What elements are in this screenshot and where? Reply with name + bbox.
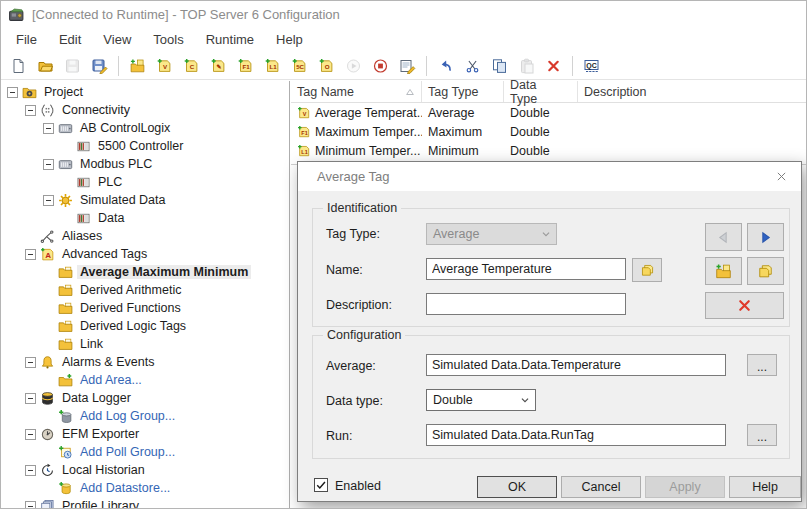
tree-item-aliases[interactable]: Aliases <box>1 227 289 245</box>
expander-icon[interactable] <box>25 393 36 404</box>
column-header-data-type[interactable]: Data Type <box>504 81 578 102</box>
tree-item-derived-functions[interactable]: Derived Functions <box>1 299 289 317</box>
expander-icon[interactable] <box>25 465 36 476</box>
menu-file[interactable]: File <box>5 29 48 50</box>
tree-item-ab-controllogix[interactable]: AB ControlLogix <box>1 119 289 137</box>
data-type-combo[interactable]: Double <box>426 389 536 411</box>
toolbar-stop-runtime-button[interactable] <box>368 54 393 78</box>
tree-item-add-poll-group[interactable]: Add Poll Group... <box>1 443 289 461</box>
toolbar-delete-button[interactable] <box>541 54 566 78</box>
toolbar-save-as-button[interactable] <box>87 54 112 78</box>
tree-item-connectivity[interactable]: Connectivity <box>1 101 289 119</box>
menu-tools[interactable]: Tools <box>142 29 194 50</box>
tree-item-icon <box>40 427 55 442</box>
help-button[interactable]: Help <box>729 476 801 498</box>
description-input[interactable] <box>426 293 626 315</box>
toolbar-new-maximum-tag-button[interactable]: F1 <box>233 54 258 78</box>
expander-icon[interactable] <box>7 87 18 98</box>
expander-icon[interactable] <box>43 123 54 134</box>
toolbar-edit-properties-button[interactable] <box>395 54 420 78</box>
toolbar-quick-client-button[interactable]: QC <box>579 54 604 78</box>
tag-row-maximum-temperature[interactable]: F1Maximum Temper... Maximum Double <box>291 122 806 141</box>
expander-icon[interactable] <box>25 501 36 509</box>
tree-item-icon <box>58 121 73 136</box>
run-input[interactable] <box>426 424 726 446</box>
column-header-tag-type[interactable]: Tag Type <box>422 81 504 102</box>
tree-item-derived-logic-tags[interactable]: Derived Logic Tags <box>1 317 289 335</box>
tree-item-efm-exporter[interactable]: EFM Exporter <box>1 425 289 443</box>
tree-item-icon <box>58 265 73 280</box>
tree-item-alarms-events[interactable]: Alarms & Events <box>1 353 289 371</box>
toolbar-new-minimum-tag-button[interactable]: L1 <box>260 54 285 78</box>
toolbar-paste-button[interactable] <box>514 54 539 78</box>
toolbar-new-link-tag-button[interactable]: 5C <box>287 54 312 78</box>
column-header-tag-name[interactable]: Tag Name <box>291 81 422 102</box>
toolbar-open-project-button[interactable] <box>33 54 58 78</box>
menu-edit[interactable]: Edit <box>48 29 92 50</box>
tree-item-profile-library[interactable]: Profile Library <box>1 497 289 508</box>
tree-item-derived-arithmetic[interactable]: Derived Arithmetic <box>1 281 289 299</box>
previous-tag-button[interactable] <box>705 223 742 251</box>
delete-tag-button[interactable] <box>705 292 784 319</box>
menu-view[interactable]: View <box>92 29 142 50</box>
expander-icon[interactable] <box>25 249 36 260</box>
close-icon <box>775 170 788 183</box>
toolbar-start-runtime-button[interactable] <box>341 54 366 78</box>
tree-item-project[interactable]: Project <box>1 83 289 101</box>
tag-row-average-temperature[interactable]: VAverage Temperat... Average Double <box>291 103 806 122</box>
next-tag-button[interactable] <box>747 223 784 251</box>
enabled-checkbox[interactable] <box>314 478 328 492</box>
tree-item-add-area[interactable]: Add Area... <box>1 371 289 389</box>
new-tag-button[interactable] <box>705 257 742 285</box>
cancel-button[interactable]: Cancel <box>561 476 641 498</box>
menu-help[interactable]: Help <box>265 29 314 50</box>
tree-item-data-logger[interactable]: Data Logger <box>1 389 289 407</box>
tree-item-advanced-tags[interactable]: A Advanced Tags <box>1 245 289 263</box>
app-icon <box>8 6 25 23</box>
toolbar-new-complex-tag-button[interactable]: C <box>179 54 204 78</box>
expander-icon[interactable] <box>25 105 36 116</box>
tree-item-local-historian[interactable]: Local Historian <box>1 461 289 479</box>
tree-item-link[interactable]: Link <box>1 335 289 353</box>
tree-item-icon <box>22 85 37 100</box>
tree-item-modbus-plc[interactable]: Modbus PLC <box>1 155 289 173</box>
apply-button[interactable]: Apply <box>645 476 725 498</box>
average-browse-button[interactable]: ... <box>747 354 777 376</box>
menu-runtime[interactable]: Runtime <box>195 29 265 50</box>
ok-button[interactable]: OK <box>477 476 557 498</box>
expander-icon[interactable] <box>43 195 54 206</box>
toolbar-new-average-tag-button[interactable]: V <box>152 54 177 78</box>
tree-item-data[interactable]: Data <box>1 209 289 227</box>
toolbar-save-project-button[interactable] <box>60 54 85 78</box>
tree-item-icon <box>58 409 73 424</box>
dialog-close-button[interactable] <box>761 162 801 191</box>
tag-row-minimum-temperature[interactable]: L1Minimum Temper... Minimum Double <box>291 141 806 160</box>
toolbar-new-derived-tag-button[interactable]: ✎ <box>206 54 231 78</box>
tree-item-icon <box>76 139 91 154</box>
expander-icon[interactable] <box>25 429 36 440</box>
name-input[interactable] <box>426 258 626 280</box>
toolbar-cut-button[interactable] <box>460 54 485 78</box>
toolbar-copy-button[interactable] <box>487 54 512 78</box>
run-browse-button[interactable]: ... <box>747 424 777 446</box>
expander-icon[interactable] <box>43 159 54 170</box>
toolbar-new-oracle-tag-button[interactable]: O <box>314 54 339 78</box>
expander-icon[interactable] <box>25 357 36 368</box>
toolbar-new-channel-button[interactable] <box>125 54 150 78</box>
name-browse-button[interactable] <box>632 258 662 282</box>
tree-item-5500-controller[interactable]: 5500 Controller <box>1 137 289 155</box>
tree-item-average-maximum-minimum[interactable]: Average Maximum Minimum <box>1 263 289 281</box>
column-header-description[interactable]: Description <box>578 81 806 102</box>
tree-item-plc[interactable]: PLC <box>1 173 289 191</box>
tree-item-simulated-data[interactable]: Simulated Data <box>1 191 289 209</box>
toolbar: VC✎F1L15COQC <box>1 52 806 80</box>
toolbar-undo-button[interactable] <box>433 54 458 78</box>
average-input[interactable] <box>426 354 726 376</box>
tree-item-add-datastore[interactable]: Add Datastore... <box>1 479 289 497</box>
tree-item-icon <box>40 463 55 478</box>
tree-item-icon <box>58 337 73 352</box>
run-label: Run: <box>326 429 352 443</box>
duplicate-tag-button[interactable] <box>747 257 784 285</box>
tree-item-add-log-group[interactable]: Add Log Group... <box>1 407 289 425</box>
toolbar-new-project-button[interactable] <box>6 54 31 78</box>
